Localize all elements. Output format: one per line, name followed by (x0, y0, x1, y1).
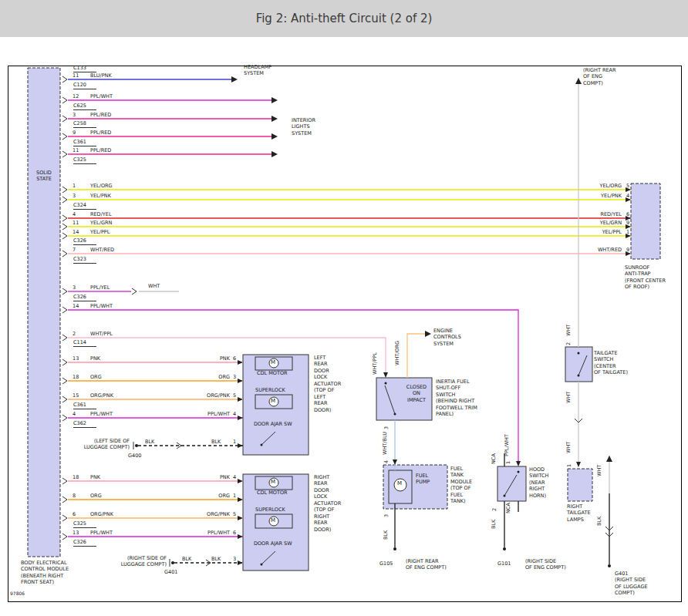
wire-pin: 15 (73, 392, 79, 399)
engine-controls-system-label: ENGINE CONTROLS SYSTEM (433, 328, 461, 347)
connector-label: C326 (73, 540, 96, 547)
ground-location: (LEFT SIDE OF LUGGAGE COMPT) (74, 438, 130, 451)
wire-pin-right: 4 (233, 474, 236, 480)
vertical-wire-name: BLK (383, 530, 389, 540)
tailgate-lamps-box (568, 469, 592, 501)
ground-id: G105 (379, 560, 393, 567)
wire-pin-right: 4 (626, 193, 629, 199)
vertical-wire-pin: 2 (565, 342, 572, 345)
wire-name-becomes: WHT (148, 283, 160, 289)
cdl-motor-label: CDL MOTOR (257, 490, 288, 496)
wire-name-right: RED/YEL (586, 211, 622, 217)
connector-label: C133 (73, 66, 96, 72)
wire-name: PPL/RED (90, 112, 111, 118)
vertical-wire-name: PPL/WHT (504, 434, 510, 456)
door-ajar-label: DOOR AJAR SW (254, 540, 292, 547)
wire-pin: 11 (73, 72, 79, 79)
motor-letter: M (271, 479, 275, 486)
wire-name-right: YEL/PPL (586, 229, 622, 235)
g400-ground-dot (135, 444, 138, 447)
wire-pin-right: 1 (233, 439, 236, 445)
wire-name: YEL/PPL (90, 229, 110, 235)
wire-name: YEL/GRN (90, 220, 112, 226)
wire-pin: 11 (73, 220, 79, 226)
wire-pin-right: 9 (626, 247, 629, 253)
wire-name-right: PNK (196, 474, 230, 480)
wire-name-right: YEL/PNK (586, 193, 622, 199)
wire-name-right: ORG (196, 493, 230, 499)
superlock-label: SUPERLOCK (255, 507, 285, 513)
wire-name: BLK (211, 556, 221, 562)
ground-id: G400 (128, 453, 141, 459)
wire-pin: 14 (73, 229, 79, 235)
vertical-wire-pin: 1 (566, 464, 572, 467)
connector-label: C324 (73, 203, 96, 210)
fuel-tank-module-label: FUEL TANK MODULE (TOP OF FUEL TANK) (450, 466, 472, 505)
wire-pin-right: 9 (626, 220, 629, 226)
wire-pin-right: 5 (233, 392, 236, 399)
wire-name: PNK (90, 355, 100, 362)
wire-wht-org-engine (407, 334, 425, 378)
vertical-wire-name: WHT (565, 325, 572, 336)
connector-label: C362 (73, 421, 96, 428)
g401-left-ground-dot (171, 561, 174, 564)
sunroof-anti-trap-box (631, 183, 660, 259)
wire-pin-right: 3 (233, 556, 236, 562)
vertical-wire-pin: 2 (491, 508, 497, 511)
wire-pin-right: 5 (233, 511, 236, 517)
interior-lights-system-label: INTERIOR LIGHTS SYSTEM (292, 117, 315, 136)
ground-symbols (133, 442, 611, 567)
vertical-wire-name: BLK (491, 520, 497, 529)
wire-name: PPL/WHT (90, 93, 113, 99)
tailgate-switch-label: TAILGATE SWITCH (CENTER OF TAILGATE) (594, 350, 628, 376)
vertical-wire-pin: 3 (383, 426, 390, 429)
wire-name-right: YEL/ORG (586, 183, 622, 189)
connector-label: C325 (73, 521, 96, 528)
wire-name: PNK (90, 474, 100, 480)
wire-name: RED/YEL (90, 211, 112, 217)
wire-pin: 4 (73, 211, 76, 217)
wire-pin: 2 (73, 331, 76, 337)
wire-name: PPL/WHT (90, 530, 113, 536)
connector-label: C258 (73, 121, 96, 128)
wire-pin: 9 (73, 130, 76, 136)
wire-pin: 3 (73, 193, 76, 199)
connector-label: C625 (73, 103, 96, 110)
wire-pin: 1 (73, 183, 76, 189)
tailgate-lamps-label: RIGHT TAILGATE LAMPS (567, 503, 591, 523)
wire-name-right: ORG/PNK (196, 511, 230, 517)
connector-label: C326 (73, 295, 96, 301)
vertical-wire-name: WHT (565, 392, 572, 403)
g401-right-ground-dot (608, 564, 611, 567)
module-state-label: SOLID STATE (32, 170, 56, 183)
wire-name-right: PPL/WHT (196, 530, 230, 536)
superlock-label: SUPERLOCK (255, 387, 285, 393)
g105-ground-dot (393, 547, 396, 550)
wire-pin: 18 (73, 374, 79, 380)
vertical-wire-pin: 3 (383, 514, 390, 517)
wire-name-right: PPL/WHT (196, 411, 230, 417)
ground-id: G401 (164, 569, 177, 575)
wire-pin: 3 (73, 112, 76, 118)
module-name-label: BODY ELECTRICAL CONTROL MODULE (BENEATH … (21, 560, 90, 586)
wire-pin: 8 (73, 493, 76, 499)
cdl-motor-label: CDL MOTOR (257, 370, 288, 376)
headlamp-system-label: HEADLAMP SYSTEM (244, 64, 271, 77)
wire-pin: 3 (73, 284, 76, 291)
wire-pin: 13 (73, 355, 79, 362)
vertical-wire-name: WHT/ORG (394, 341, 400, 365)
wire-name: ORG (90, 493, 102, 499)
wire-name: ORG/PNK (90, 511, 113, 517)
wire-name: PPL/WHT (90, 411, 113, 417)
vertical-wire-pin: 1 (505, 461, 511, 464)
hood-switch-label: HOOD SWITCH (NEAR RIGHT HORN) (529, 466, 549, 499)
wire-name-right: ORG (196, 374, 230, 380)
wire-name: BLK (211, 439, 221, 445)
hood-contact-dot (518, 471, 520, 473)
wire-name-right: WHT/RED (586, 247, 622, 253)
vertical-wire-pin: 4 (383, 460, 390, 463)
g101-ground-dot (503, 547, 506, 550)
connector-label: C120 (73, 82, 96, 89)
sunroof-label: SUNROOF ANTI-TRAP (FRONT CENTER OF ROOF) (625, 264, 666, 291)
ground-location: G401 (RIGHT SIDE OF LUGGAGE COMPT) (615, 571, 648, 597)
